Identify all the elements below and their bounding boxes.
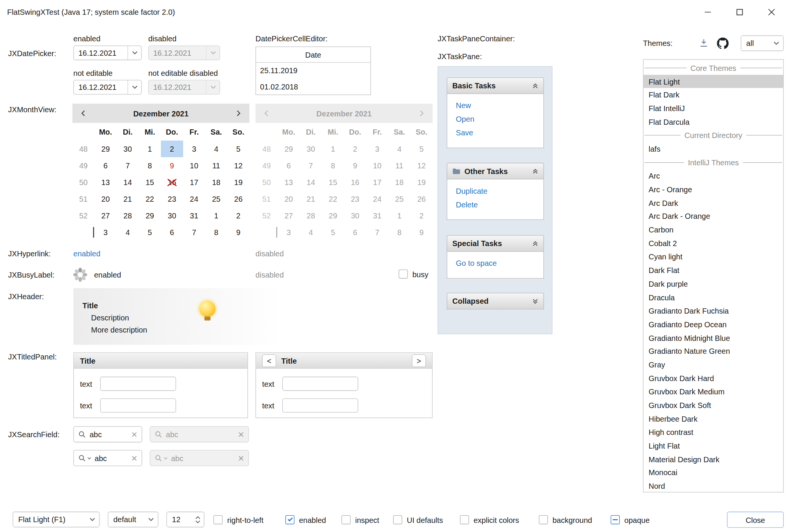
datepicker-dropdown-button[interactable] [127, 80, 141, 94]
theme-list-item[interactable]: Flat Darcula [644, 115, 783, 129]
themes-list[interactable]: Core ThemesFlat LightFlat DarkFlat Intel… [643, 59, 784, 493]
expand-icon[interactable] [532, 298, 538, 304]
theme-list-item[interactable]: Flat Light [644, 75, 783, 88]
taskpane-header[interactable]: Other Tasks [447, 163, 544, 179]
checkbox-right-to-left[interactable]: right-to-left [214, 515, 264, 525]
theme-list-item[interactable]: Gruvbox Dark Medium [644, 385, 783, 399]
theme-list-item[interactable]: Arc Dark - Orange [644, 210, 783, 223]
themes-filter-combo[interactable]: all [741, 35, 784, 51]
theme-list-item[interactable]: Flat Dark [644, 88, 783, 102]
day-cell[interactable]: 23 [161, 191, 183, 207]
download-icon[interactable] [698, 38, 709, 49]
titled-panel-left-button[interactable]: < [262, 354, 276, 367]
checkbox-box[interactable] [285, 515, 294, 524]
day-cell[interactable]: 3 [183, 141, 205, 157]
previous-month-button[interactable] [72, 110, 95, 116]
theme-list-item[interactable]: Gray [644, 358, 783, 372]
theme-list-item[interactable]: Dark Flat [644, 264, 783, 277]
day-cell[interactable]: 1 [139, 141, 161, 157]
day-cell[interactable]: 27 [94, 207, 116, 224]
search-field-with-menu[interactable]: abc [73, 450, 142, 466]
table-row[interactable]: 25.11.2019 [256, 63, 370, 79]
day-cell[interactable]: 2 [161, 141, 183, 157]
font-combo[interactable]: default [108, 512, 158, 527]
theme-list-item[interactable]: Arc - Orange [644, 183, 783, 196]
day-cell[interactable]: 3 [94, 224, 116, 241]
theme-list-item[interactable]: Material Design Dark [644, 452, 783, 466]
day-cell[interactable]: 20 [94, 191, 116, 207]
checkbox-opaque[interactable]: opaque [611, 515, 650, 525]
taskpane-link[interactable]: Save [456, 127, 543, 141]
day-cell[interactable]: 5 [227, 141, 249, 157]
theme-list-item[interactable]: lafs [644, 142, 783, 156]
window-titlebar[interactable]: FlatSwingXTest (Java 17; system scale fa… [0, 0, 787, 24]
checkbox-inspect[interactable]: inspect [342, 515, 379, 525]
day-cell[interactable]: 12 [227, 157, 249, 174]
checkbox-background[interactable]: background [539, 515, 592, 525]
day-cell[interactable]: 14 [116, 174, 139, 191]
theme-list-item[interactable]: Gradianto Nature Green [644, 345, 783, 358]
theme-list-item[interactable]: Dark purple [644, 277, 783, 291]
day-cell[interactable]: 4 [205, 141, 227, 157]
day-cell[interactable]: 16 [161, 174, 183, 191]
theme-list-item[interactable]: Gradianto Deep Ocean [644, 317, 783, 331]
day-cell[interactable]: 9 [161, 157, 183, 174]
table-row[interactable]: 01.02.2018 [256, 79, 370, 95]
day-cell[interactable]: 13 [94, 174, 116, 191]
collapse-icon[interactable] [532, 240, 538, 246]
day-cell[interactable]: 29 [94, 141, 116, 157]
busy-checkbox[interactable]: busy [399, 270, 428, 279]
checkbox-box[interactable] [342, 515, 351, 524]
checkbox-box[interactable] [460, 515, 469, 524]
taskpane-header[interactable]: Special Tasks [447, 235, 544, 252]
day-cell[interactable]: 25 [205, 191, 227, 207]
day-cell[interactable]: 6 [94, 157, 116, 174]
day-cell[interactable]: 19 [227, 174, 249, 191]
day-cell[interactable]: 2 [227, 207, 249, 224]
spinner-down-icon[interactable] [195, 520, 200, 523]
checkbox-box[interactable] [393, 515, 402, 524]
taskpane-link[interactable]: Open [456, 114, 543, 127]
day-cell[interactable]: 18 [205, 174, 227, 191]
text-field[interactable] [100, 377, 176, 391]
theme-list-item[interactable]: Cyan light [644, 250, 783, 264]
theme-list-item[interactable]: Gruvbox Dark Hard [644, 372, 783, 385]
day-cell[interactable]: 7 [183, 224, 205, 241]
checkbox-explicit-colors[interactable]: explicit colors [460, 515, 519, 525]
collapse-icon[interactable] [532, 168, 538, 174]
datepicker-dropdown-button[interactable] [127, 46, 141, 60]
taskpane-link[interactable]: Go to space [456, 258, 543, 271]
checkbox-ui-defaults[interactable]: UI defaults [393, 515, 443, 525]
day-cell[interactable]: 21 [116, 191, 139, 207]
day-cell[interactable]: 5 [139, 224, 161, 241]
checkbox-enabled[interactable]: enabled [285, 515, 326, 525]
theme-list-item[interactable]: Flat IntelliJ [644, 102, 783, 115]
day-cell[interactable]: 29 [139, 207, 161, 224]
checkbox-box[interactable] [539, 515, 548, 524]
monthview-enabled[interactable]: Dezember 2021Mo.Di.Mi.Do.Fr.Sa.So.482930… [72, 104, 250, 240]
taskpane-header[interactable]: Collapsed [447, 293, 544, 309]
theme-list-item[interactable]: Light Flat [644, 439, 783, 453]
day-cell[interactable]: 17 [183, 174, 205, 191]
theme-list-item[interactable]: Gradianto Dark Fuchsia [644, 304, 783, 318]
collapse-icon[interactable] [532, 83, 538, 89]
text-field[interactable] [282, 377, 358, 391]
theme-list-item[interactable]: Hiberbee Dark [644, 412, 783, 425]
taskpane-link[interactable]: Delete [456, 199, 543, 213]
day-cell[interactable]: 9 [227, 224, 249, 241]
checkbox-box[interactable] [611, 515, 620, 524]
day-cell[interactable]: 15 [139, 174, 161, 191]
checkbox-box[interactable] [399, 270, 408, 279]
day-cell[interactable]: 22 [139, 191, 161, 207]
next-month-button[interactable] [227, 110, 250, 116]
taskpane-link[interactable]: Duplicate [456, 185, 543, 199]
theme-list-item[interactable]: Gradianto Midnight Blue [644, 331, 783, 345]
day-cell[interactable]: 31 [183, 207, 205, 224]
theme-list-item[interactable]: Arc [644, 169, 783, 183]
github-icon[interactable] [717, 38, 729, 49]
day-cell[interactable]: 8 [139, 157, 161, 174]
day-cell[interactable]: 24 [183, 191, 205, 207]
clear-search-icon[interactable] [132, 432, 137, 437]
day-cell[interactable]: 6 [161, 224, 183, 241]
theme-list-item[interactable]: Carbon [644, 223, 783, 237]
